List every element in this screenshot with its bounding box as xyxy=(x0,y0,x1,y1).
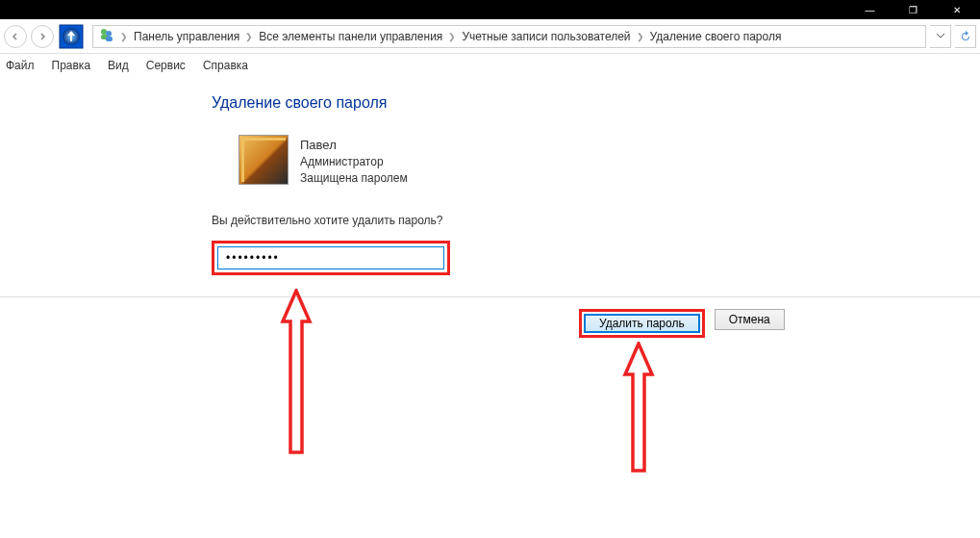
up-square-icon[interactable] xyxy=(58,23,85,50)
user-block: Павел Администратор Защищена паролем xyxy=(239,135,980,187)
main-content: Удаление своего пароля Павел Администрат… xyxy=(0,77,980,281)
cancel-button[interactable]: Отмена xyxy=(715,309,785,330)
delete-password-button[interactable]: Удалить пароль xyxy=(584,314,700,333)
users-icon xyxy=(99,27,114,45)
toolbar: ❯ Панель управления ❯ Все элементы панел… xyxy=(0,19,980,54)
user-avatar-icon xyxy=(239,135,289,185)
minimize-button[interactable]: — xyxy=(848,0,892,19)
user-info: Павел Администратор Защищена паролем xyxy=(300,135,408,187)
page-title: Удаление своего пароля xyxy=(212,94,980,112)
close-button[interactable]: ✕ xyxy=(935,0,978,19)
breadcrumb-item-1[interactable]: Все элементы панели управления xyxy=(259,30,442,43)
chevron-right-icon: ❯ xyxy=(448,32,456,41)
menu-edit[interactable]: Правка xyxy=(52,59,91,72)
menu-file[interactable]: Файл xyxy=(6,59,35,72)
chevron-right-icon: ❯ xyxy=(245,32,253,41)
refresh-button[interactable] xyxy=(955,25,976,48)
back-button[interactable] xyxy=(4,25,27,48)
user-role: Администратор xyxy=(300,154,408,170)
breadcrumb-item-0[interactable]: Панель управления xyxy=(134,30,239,43)
svg-marker-7 xyxy=(625,344,652,471)
user-name: Павел xyxy=(300,137,408,154)
menu-help[interactable]: Справка xyxy=(203,59,248,72)
address-bar[interactable]: ❯ Панель управления ❯ Все элементы панел… xyxy=(92,25,926,48)
chevron-right-icon: ❯ xyxy=(120,32,128,41)
highlight-box-delete: Удалить пароль xyxy=(579,309,705,338)
prompt-text: Вы действительно хотите удалить пароль? xyxy=(212,214,980,227)
dropdown-button[interactable] xyxy=(930,25,951,48)
arrow-annotation-icon xyxy=(619,342,658,474)
password-input[interactable] xyxy=(217,246,444,269)
breadcrumb-item-3[interactable]: Удаление своего пароля xyxy=(650,30,782,43)
user-status: Защищена паролем xyxy=(300,170,408,187)
maximize-button[interactable]: ❐ xyxy=(892,0,935,19)
button-row: Удалить пароль Отмена xyxy=(0,297,980,338)
window-titlebar: — ❐ ✕ xyxy=(0,0,980,19)
breadcrumb-item-2[interactable]: Учетные записи пользователей xyxy=(462,30,630,43)
svg-rect-5 xyxy=(106,37,113,41)
highlight-box-password xyxy=(212,241,450,275)
menu-service[interactable]: Сервис xyxy=(146,59,186,72)
forward-button[interactable] xyxy=(31,25,54,48)
menubar: Файл Правка Вид Сервис Справка xyxy=(0,54,980,77)
chevron-right-icon: ❯ xyxy=(637,32,644,41)
menu-view[interactable]: Вид xyxy=(108,59,129,72)
